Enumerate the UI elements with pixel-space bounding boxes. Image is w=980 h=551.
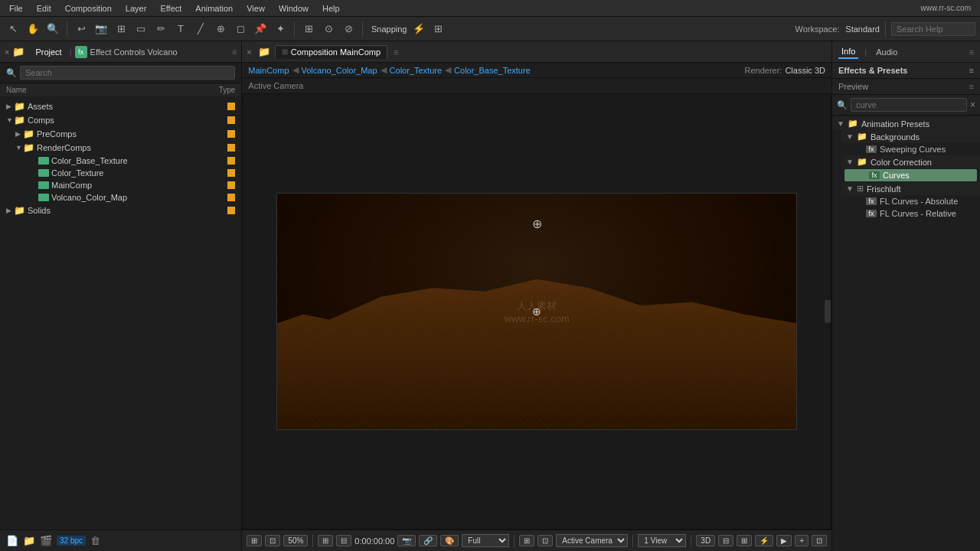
- panel-menu-btn[interactable]: ≡: [232, 47, 237, 57]
- menu-file[interactable]: File: [3, 2, 29, 15]
- safe-zones-btn[interactable]: ⊟: [336, 535, 351, 546]
- list-item[interactable]: ▶ Color_Texture: [0, 167, 241, 179]
- new-item-icon[interactable]: 📄: [6, 535, 18, 546]
- menu-view[interactable]: View: [240, 2, 271, 15]
- reset-exposure-btn[interactable]: +: [795, 535, 808, 546]
- camera-snapshot-btn[interactable]: 📷: [397, 535, 416, 546]
- fx-group-header-color-correction[interactable]: ▼ 📁 Color Correction: [841, 155, 980, 168]
- zoom-btn[interactable]: 50%: [283, 535, 308, 546]
- project-panel: 🔍 Name Type ▶ 📁 Assets ▼ 📁: [0, 63, 241, 551]
- fx-item-curves[interactable]: fx Curves: [844, 169, 977, 181]
- close-comp-panel[interactable]: ×: [247, 47, 251, 57]
- delete-icon[interactable]: 🗑: [90, 535, 100, 546]
- effects-search-bar: 🔍 ×: [832, 95, 980, 116]
- list-item[interactable]: ▶ 📁 Assets: [0, 99, 241, 113]
- preview-menu-btn[interactable]: ≡: [969, 82, 974, 91]
- fx-item-fl-curves-relative[interactable]: fx FL Curves - Relative: [841, 207, 980, 220]
- fast-preview-btn[interactable]: ⚡: [755, 535, 773, 546]
- project-tab[interactable]: Project: [31, 46, 66, 58]
- camera-btn[interactable]: 📷: [93, 21, 109, 37]
- fx-item-fl-curves-absolute[interactable]: fx FL Curves - Absolute: [841, 195, 980, 207]
- breadcrumb-volcano[interactable]: Volcano_Color_Map: [302, 66, 377, 75]
- menu-composition[interactable]: Composition: [59, 2, 118, 15]
- 3d-btn[interactable]: 3D: [696, 535, 715, 546]
- puppet-btn[interactable]: ✦: [272, 21, 289, 37]
- always-preview-btn[interactable]: ▶: [776, 535, 792, 546]
- fx-group-header-frischluft[interactable]: ▼ ⊞ Frischluft: [841, 182, 980, 195]
- brush-btn[interactable]: ╱: [192, 21, 209, 37]
- draft-3d-btn[interactable]: ⊟: [718, 535, 733, 546]
- list-item[interactable]: ▼ 📁 RenderComps: [0, 141, 241, 155]
- show-channel-btn[interactable]: 🔗: [419, 535, 437, 546]
- group-label: Backgrounds: [871, 132, 920, 142]
- color-correction-btn[interactable]: 🎨: [440, 535, 459, 546]
- info-tab[interactable]: Info: [838, 45, 858, 59]
- eraser-btn[interactable]: ◻: [232, 21, 249, 37]
- zoom-tool[interactable]: 🔍: [44, 21, 61, 37]
- pin-btn[interactable]: 📌: [252, 21, 269, 37]
- fit-to-frame-btn[interactable]: ⊞: [318, 535, 333, 546]
- composition-tab[interactable]: ⊞ Composition MainComp: [275, 45, 387, 59]
- list-item[interactable]: ▶ 📁 PreComps: [0, 127, 241, 141]
- toggle-transparency-btn[interactable]: ⊞: [519, 535, 534, 546]
- region-btn[interactable]: ⊞: [113, 21, 129, 37]
- new-comp-icon[interactable]: 🎬: [40, 535, 52, 546]
- list-item[interactable]: ▶ 📁 Solids: [0, 204, 241, 217]
- region-of-interest-btn[interactable]: ⊞: [247, 535, 262, 546]
- panel-options-btn[interactable]: ≡: [394, 47, 398, 57]
- menu-effect[interactable]: Effect: [154, 2, 188, 15]
- fx-group-header-backgrounds[interactable]: ▼ 📁 Backgrounds: [841, 130, 980, 143]
- roto-btn[interactable]: ⊙: [320, 21, 337, 37]
- frischluft-icon: ⊞: [857, 184, 864, 194]
- effects-menu-btn[interactable]: ≡: [969, 66, 974, 75]
- breadcrumb-colortexture[interactable]: Color_Texture: [390, 66, 442, 75]
- close-project[interactable]: ×: [5, 47, 9, 57]
- fx-item-sweeping-curves[interactable]: fx Sweeping Curves: [841, 143, 980, 155]
- menubar: File Edit Composition Layer Effect Anima…: [0, 0, 980, 17]
- align-btn[interactable]: ⊞: [300, 21, 317, 37]
- sep1: [67, 21, 67, 37]
- menu-window[interactable]: Window: [273, 2, 315, 15]
- select-tool[interactable]: ↖: [5, 21, 21, 37]
- info-panel-menu[interactable]: ≡: [969, 47, 974, 57]
- show-pixels-btn[interactable]: ⊡: [537, 535, 553, 546]
- project-search-input[interactable]: [20, 66, 235, 80]
- breadcrumb-maincomp[interactable]: MainComp: [248, 66, 289, 75]
- camera-view-select[interactable]: Active Camera Front Top: [556, 534, 628, 547]
- panel-resize-handle[interactable]: [825, 300, 831, 323]
- rect-btn[interactable]: ▭: [132, 21, 149, 37]
- snapping-toggle[interactable]: ⚡: [410, 21, 427, 37]
- search-help-input[interactable]: [891, 22, 975, 36]
- list-item[interactable]: ▶ MainComp: [0, 179, 241, 191]
- audio-tab[interactable]: Audio: [873, 46, 900, 58]
- preview-section: Preview ≡: [832, 79, 980, 95]
- menu-layer[interactable]: Layer: [119, 2, 153, 15]
- list-item[interactable]: ▶ Volcano_Color_Map: [0, 191, 241, 204]
- text-btn[interactable]: T: [172, 21, 189, 37]
- comp-icon: [38, 194, 49, 201]
- menu-animation[interactable]: Animation: [189, 2, 239, 15]
- undo-btn[interactable]: ↩: [73, 21, 90, 37]
- list-item[interactable]: ▼ 📁 Comps: [0, 113, 241, 127]
- hand-tool[interactable]: ✋: [24, 21, 41, 37]
- color-indicator: [227, 130, 235, 138]
- quality-select[interactable]: Full Half Quarter: [462, 534, 509, 547]
- list-item[interactable]: ▶ Color_Base_Texture: [0, 155, 241, 167]
- search-clear-btn[interactable]: ×: [970, 99, 975, 110]
- sep4: [885, 21, 886, 37]
- panel-mini-btn[interactable]: ⊡: [812, 535, 827, 546]
- wireframe-btn[interactable]: ⊞: [737, 535, 752, 546]
- track-btn[interactable]: ⊘: [340, 21, 357, 37]
- snap-options[interactable]: ⊞: [430, 21, 447, 37]
- breadcrumb-colorbase[interactable]: Color_Base_Texture: [454, 66, 531, 75]
- effect-controls-tab[interactable]: fx Effect Controls Volcano: [75, 46, 178, 58]
- fx-group-header-animation-presets[interactable]: ▼ 📁 Animation Presets: [832, 117, 980, 130]
- transparency-grid-btn[interactable]: ⊡: [265, 535, 280, 546]
- menu-edit[interactable]: Edit: [31, 2, 57, 15]
- clone-btn[interactable]: ⊕: [212, 21, 229, 37]
- new-folder-icon[interactable]: 📁: [23, 535, 35, 546]
- pen-btn[interactable]: ✏: [152, 21, 169, 37]
- menu-help[interactable]: Help: [316, 2, 346, 15]
- view-count-select[interactable]: 1 View 2 Views 4 Views: [638, 534, 686, 547]
- effects-search-input[interactable]: [851, 98, 967, 112]
